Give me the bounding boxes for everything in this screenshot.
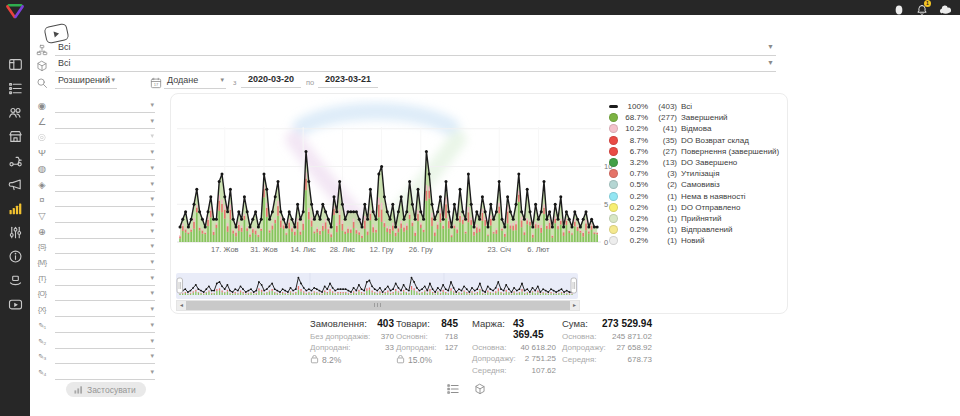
- legend-swatch: [609, 113, 618, 122]
- rail-returns-icon[interactable]: [8, 273, 23, 288]
- filter-row-help: ◎▾: [33, 130, 158, 144]
- fingerprint-filter-select[interactable]: ▾: [55, 162, 155, 176]
- legend-item[interactable]: 10.2%(41)Відмова: [609, 123, 781, 134]
- date-to-label: по: [306, 78, 314, 87]
- legend-count: (13): [651, 158, 677, 167]
- field-x-filter-select[interactable]: ▾: [55, 303, 155, 317]
- legend-swatch: [609, 236, 618, 245]
- legend-item[interactable]: 0.2%(1)Прийнятий: [609, 213, 781, 224]
- topbar: 1: [0, 0, 960, 15]
- legend-item[interactable]: 6.7%(27)Повернення (завершений): [609, 146, 781, 157]
- rail-orders-icon[interactable]: [8, 81, 23, 96]
- legend-label: Відправлений: [681, 225, 733, 234]
- note-4-filter-select[interactable]: ▾: [55, 366, 155, 380]
- search-mode-select[interactable]: Розширений ▾: [55, 74, 117, 89]
- package-icon: ◈: [35, 178, 49, 191]
- trend-icon: ∠: [35, 115, 49, 128]
- rail-info-icon[interactable]: [8, 249, 23, 264]
- legend-item[interactable]: 0.2%(1)DO Отправлено: [609, 202, 781, 213]
- list-view-icon[interactable]: [447, 381, 459, 393]
- filter-row-payment: ¤▾: [33, 193, 158, 207]
- legend-item[interactable]: 0.2%(1)Новий: [609, 235, 781, 246]
- legend-label: Відмова: [681, 124, 711, 133]
- legend-item[interactable]: 0.5%(2)Самовивіз: [609, 179, 781, 190]
- payment-filter-select[interactable]: ▾: [55, 193, 155, 207]
- stat-title: Сума:: [562, 318, 588, 329]
- legend-label: DO Возврат склад: [681, 136, 749, 145]
- trend-filter-select[interactable]: ▾: [55, 115, 155, 129]
- status-filter-select[interactable]: Всі ▼: [55, 41, 776, 56]
- filter-row-note-3: ✎₃▾: [33, 350, 158, 364]
- stat-sub-row: Без допродажів:370: [310, 332, 394, 341]
- rail-delivery-icon[interactable]: [8, 153, 23, 168]
- field-s-icon: {S}: [35, 240, 49, 253]
- field-o-filter-select[interactable]: ▾: [55, 287, 155, 301]
- field-t-filter-select[interactable]: ▾: [55, 272, 155, 286]
- help-icon: ◎: [35, 130, 49, 143]
- packages-icon[interactable]: [474, 381, 486, 393]
- rail-video-tutorials-icon[interactable]: [8, 297, 23, 312]
- legend-item[interactable]: 0.7%(3)Утилізація: [609, 168, 781, 179]
- orders-timeseries-chart[interactable]: 0510: [173, 97, 613, 249]
- note-3-filter-select[interactable]: ▾: [55, 350, 155, 364]
- legend-item[interactable]: 8.7%(35)DO Возврат склад: [609, 135, 781, 146]
- scroll-right-icon[interactable]: ▸: [570, 301, 579, 310]
- navigator-handle: [177, 278, 183, 293]
- legend-swatch: [609, 203, 618, 212]
- note-2-filter-select[interactable]: ▾: [55, 335, 155, 349]
- funnel-filter-select[interactable]: ▾: [55, 209, 155, 223]
- rail-analytics-icon[interactable]: [8, 201, 23, 216]
- legend-label: Завершений: [681, 113, 728, 122]
- package-filter-select[interactable]: ▾: [55, 178, 155, 192]
- app-logo-icon[interactable]: [4, 2, 26, 20]
- rail-store-icon[interactable]: [8, 129, 23, 144]
- chevron-down-icon: ▾: [150, 289, 154, 297]
- stat-sub-row: Основна:40 618.20: [472, 343, 556, 352]
- stat-sub-row: Допродані:127: [396, 343, 458, 352]
- scroll-left-icon[interactable]: ◂: [177, 301, 186, 310]
- notifications-bell-icon[interactable]: 1: [916, 2, 928, 14]
- rail-settings-icon[interactable]: [8, 225, 23, 240]
- legend-item[interactable]: 68.7%(277)Завершений: [609, 112, 781, 123]
- date-field-value: Додане: [167, 75, 198, 85]
- date-to-input[interactable]: 2023-03-21: [318, 74, 378, 88]
- legend-item[interactable]: 3.2%(13)DO Завершено: [609, 157, 781, 168]
- scrollbar-grip[interactable]: [374, 303, 382, 307]
- note-1-filter-select[interactable]: ▾: [55, 319, 155, 333]
- hierarchy-filter-select[interactable]: ▾: [55, 146, 155, 160]
- filter-row-field-s: {S}▾: [33, 240, 158, 254]
- field-s-filter-select[interactable]: ▾: [55, 240, 155, 254]
- svg-text:5: 5: [604, 200, 608, 209]
- navigator-scrollbar[interactable]: ◂ ▸: [176, 300, 580, 311]
- chart-navigator[interactable]: [176, 273, 578, 299]
- legend-swatch: [609, 147, 618, 156]
- search-icon[interactable]: [36, 75, 48, 87]
- stat-sub-row: Середня:107.62: [472, 366, 556, 375]
- legend-item[interactable]: 0.2%(1)Відправлений: [609, 224, 781, 235]
- rail-marketing-icon[interactable]: [8, 177, 23, 192]
- legend-item[interactable]: 100%(403)Всі: [609, 101, 781, 112]
- website-filter-select[interactable]: ▾: [55, 225, 155, 239]
- legend-item[interactable]: 0.2%(1)Нема в наявності: [609, 191, 781, 202]
- date-from-input[interactable]: 2020-03-20: [241, 74, 301, 88]
- stat-sub-row: Основна:245 871.02: [562, 332, 652, 341]
- legend-swatch: [609, 180, 618, 189]
- rail-dashboard-icon[interactable]: [8, 57, 23, 72]
- date-field-select[interactable]: Додане ▾: [164, 74, 226, 89]
- help-filter-select[interactable]: ▾: [55, 130, 155, 144]
- apply-button[interactable]: Застосувати: [66, 382, 146, 397]
- legend-swatch: [609, 169, 618, 178]
- profile-icon[interactable]: [893, 2, 905, 14]
- field-m-filter-select[interactable]: ▾: [55, 256, 155, 270]
- product-cube-icon: [36, 58, 48, 70]
- scrollbar-thumb[interactable]: [186, 301, 570, 310]
- legend-count: (41): [651, 124, 677, 133]
- legend-count: (403): [651, 102, 677, 111]
- notification-badge: 1: [924, 0, 931, 7]
- product-filter-select[interactable]: Всі ▼: [55, 57, 776, 72]
- globe-filter-select[interactable]: ▾: [55, 99, 155, 113]
- avatar-icon[interactable]: [939, 2, 951, 14]
- rail-customers-icon[interactable]: [8, 105, 23, 120]
- note-3-icon: ✎₃: [35, 350, 49, 363]
- calendar-icon[interactable]: 17: [150, 75, 162, 87]
